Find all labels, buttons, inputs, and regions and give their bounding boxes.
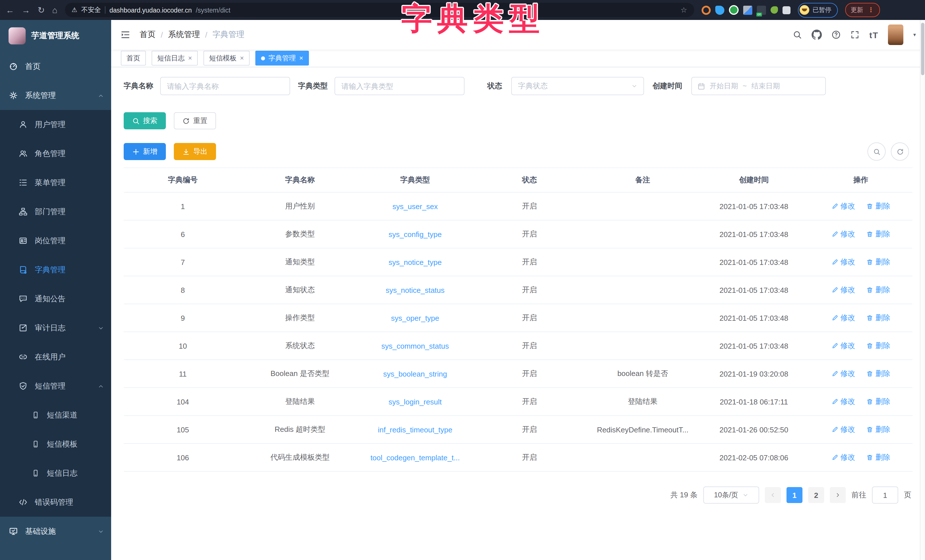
- delete-link[interactable]: 删除: [866, 229, 890, 239]
- dict-type-link[interactable]: sys_common_status: [358, 332, 472, 360]
- page-size-select[interactable]: 10条/页: [703, 486, 759, 504]
- sidebar-item-role-management[interactable]: 角色管理: [0, 139, 111, 168]
- sidebar-item-infrastructure[interactable]: 基础设施: [0, 517, 111, 546]
- dict-type-link[interactable]: sys_config_type: [358, 220, 472, 248]
- show-search-toggle-button[interactable]: [868, 142, 886, 161]
- close-icon[interactable]: ×: [299, 54, 303, 62]
- search-icon[interactable]: [793, 30, 802, 39]
- sidebar-item-notice[interactable]: 通知公告: [0, 284, 111, 313]
- delete-link[interactable]: 删除: [866, 285, 890, 295]
- github-icon[interactable]: [812, 30, 822, 40]
- sidebar-item-post-management[interactable]: 岗位管理: [0, 226, 111, 255]
- dict-type-link[interactable]: sys_notice_status: [358, 276, 472, 304]
- font-size-icon[interactable]: tT: [869, 30, 878, 39]
- delete-link[interactable]: 删除: [866, 396, 890, 407]
- help-icon[interactable]: [832, 30, 841, 39]
- sidebar-item-user-management[interactable]: 用户管理: [0, 110, 111, 139]
- close-icon[interactable]: ×: [240, 54, 244, 62]
- next-page-button[interactable]: [830, 487, 846, 503]
- page-button-1[interactable]: 1: [786, 487, 803, 503]
- sidebar-item-menu-management[interactable]: 菜单管理: [0, 168, 111, 197]
- delete-link[interactable]: 删除: [866, 313, 890, 323]
- export-button[interactable]: 导出: [174, 143, 216, 160]
- tab-home[interactable]: 首页: [121, 51, 146, 66]
- edit-link[interactable]: 修改: [831, 229, 855, 239]
- fullscreen-icon[interactable]: [851, 30, 860, 39]
- profile-paused-chip[interactable]: 已暂停: [798, 3, 838, 17]
- sidebar-item-system-management[interactable]: 系统管理: [0, 81, 111, 110]
- extension-leaf-icon[interactable]: [770, 6, 778, 14]
- extension-grid-icon[interactable]: [743, 5, 752, 15]
- page-scrollbar[interactable]: [920, 20, 925, 560]
- refresh-table-button[interactable]: [891, 142, 909, 161]
- sidebar-item-home[interactable]: 首页: [0, 52, 111, 81]
- extensions-puzzle-icon[interactable]: [782, 6, 790, 14]
- tab-sms-log[interactable]: 短信日志 ×: [152, 51, 198, 66]
- dict-name-input[interactable]: [160, 77, 290, 95]
- dict-type-link[interactable]: sys_notice_type: [358, 248, 472, 276]
- sidebar-item-sms-log[interactable]: 短信日志: [0, 459, 111, 488]
- bookmark-star-icon[interactable]: ☆: [681, 6, 687, 14]
- breadcrumb-system[interactable]: 系统管理: [168, 30, 200, 40]
- dict-type-input[interactable]: [334, 77, 464, 95]
- delete-link[interactable]: 删除: [866, 425, 890, 435]
- sidebar-item-dept-management[interactable]: 部门管理: [0, 197, 111, 226]
- browser-home-icon[interactable]: ⌂: [52, 0, 57, 20]
- edit-link[interactable]: 修改: [831, 285, 855, 295]
- scrollbar-thumb[interactable]: [921, 23, 924, 75]
- tab-sms-template[interactable]: 短信模板 ×: [203, 51, 250, 66]
- extension-orange-icon[interactable]: [701, 5, 710, 15]
- edit-link[interactable]: 修改: [831, 425, 855, 435]
- sidebar-item-sms-channel[interactable]: 短信渠道: [0, 400, 111, 429]
- security-label[interactable]: 不安全: [81, 6, 101, 14]
- browser-update-button[interactable]: 更新 ⋮: [845, 3, 880, 17]
- app-logo-row[interactable]: 芋道管理系统: [0, 20, 111, 52]
- dict-type-link[interactable]: sys_boolean_string: [358, 360, 472, 388]
- dict-type-link[interactable]: sys_oper_type: [358, 304, 472, 332]
- sidebar-collapse-icon[interactable]: [120, 30, 131, 40]
- edit-link[interactable]: 修改: [831, 341, 855, 351]
- delete-link[interactable]: 删除: [866, 257, 890, 267]
- address-bar[interactable]: ⚠ 不安全 dashboard.yudao.iocoder.cn /system…: [65, 3, 694, 17]
- dict-type-link[interactable]: tool_codegen_template_t...: [358, 444, 472, 471]
- status-select[interactable]: 字典状态: [511, 77, 644, 95]
- reset-button[interactable]: 重置: [174, 112, 216, 129]
- sidebar-item-dict-management[interactable]: 字典管理: [0, 255, 111, 284]
- dict-type-link[interactable]: sys_login_result: [358, 388, 472, 415]
- delete-link[interactable]: 删除: [866, 201, 890, 211]
- extension-blue-icon[interactable]: [715, 5, 724, 15]
- dict-type-link[interactable]: sys_user_sex: [358, 192, 472, 220]
- sidebar-item-sms-template[interactable]: 短信模板: [0, 429, 111, 459]
- close-icon[interactable]: ×: [188, 54, 192, 62]
- goto-page-input[interactable]: [872, 486, 898, 504]
- avatar-dropdown-caret-icon[interactable]: ▾: [913, 32, 916, 38]
- page-button-2[interactable]: 2: [808, 487, 824, 503]
- edit-link[interactable]: 修改: [831, 313, 855, 323]
- delete-link[interactable]: 删除: [866, 369, 890, 379]
- browser-back-icon[interactable]: ←: [6, 0, 14, 20]
- sidebar-item-sms-management[interactable]: 短信管理: [0, 372, 111, 400]
- dict-type-link[interactable]: inf_redis_timeout_type: [358, 415, 472, 444]
- browser-menu-dots-icon[interactable]: ⋮: [868, 6, 874, 14]
- edit-link[interactable]: 修改: [831, 396, 855, 407]
- browser-forward-icon[interactable]: →: [22, 0, 30, 20]
- delete-link[interactable]: 删除: [866, 341, 890, 351]
- extension-green-icon[interactable]: [729, 5, 738, 15]
- add-button[interactable]: 新增: [124, 143, 166, 160]
- tab-dict-management[interactable]: 字典管理 ×: [255, 51, 309, 66]
- edit-link[interactable]: 修改: [831, 201, 855, 211]
- sidebar-item-error-code[interactable]: 错误码管理: [0, 488, 111, 517]
- date-range-picker[interactable]: 开始日期 ~ 结束日期: [691, 77, 826, 95]
- edit-link[interactable]: 修改: [831, 452, 855, 462]
- edit-link[interactable]: 修改: [831, 369, 855, 379]
- browser-reload-icon[interactable]: ↻: [38, 0, 45, 20]
- edit-link[interactable]: 修改: [831, 257, 855, 267]
- sidebar-item-audit-log[interactable]: 审计日志: [0, 313, 111, 342]
- breadcrumb-home[interactable]: 首页: [140, 30, 155, 40]
- search-button[interactable]: 搜索: [124, 112, 166, 129]
- delete-link[interactable]: 删除: [866, 452, 890, 462]
- extension-switch-icon[interactable]: on: [756, 5, 766, 15]
- prev-page-button[interactable]: [765, 487, 781, 503]
- sidebar-item-online-users[interactable]: 在线用户: [0, 342, 111, 372]
- avatar[interactable]: [888, 24, 904, 45]
